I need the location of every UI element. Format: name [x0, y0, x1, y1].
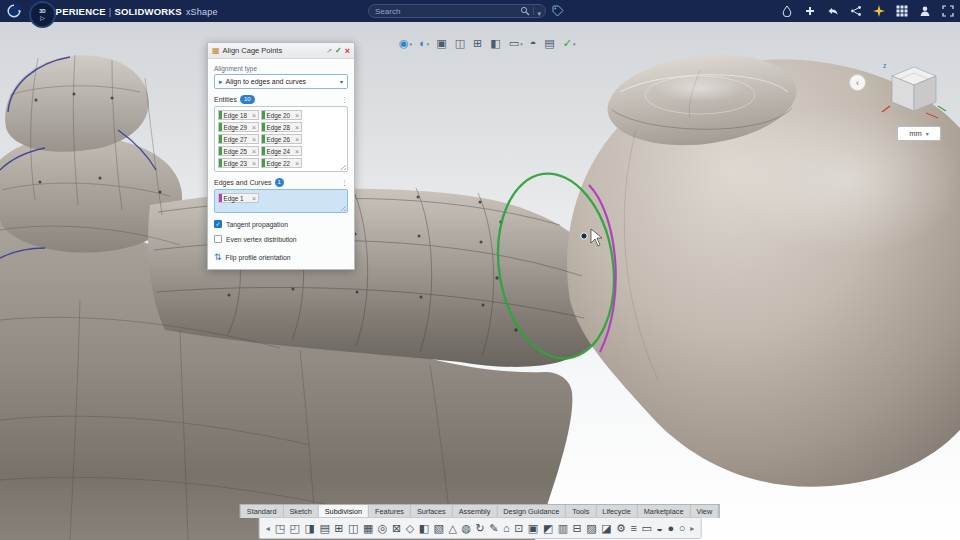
entity-chip[interactable]: Edge 22 [261, 158, 302, 168]
tangent-propagation-checkbox[interactable]: Tangent propagation [214, 220, 348, 228]
viewport-3d[interactable] [0, 0, 960, 540]
search-input[interactable] [373, 6, 520, 17]
bottom-tool-icon[interactable]: ⊠ [392, 521, 401, 535]
remove-chip-icon[interactable] [252, 124, 258, 131]
dialog-titlebar[interactable]: ▦ Align Cage Points ↗ ✓ × [208, 43, 354, 59]
bottom-tool-icon[interactable]: ○ [679, 521, 686, 535]
bottom-tool-icon[interactable]: ⊞ [334, 521, 343, 535]
tag-icon[interactable] [550, 4, 566, 18]
add-icon[interactable] [803, 5, 816, 18]
remove-chip-icon[interactable] [252, 195, 258, 202]
bottom-tool-icon[interactable]: ⊡ [514, 521, 523, 535]
entity-chip[interactable]: Edge 29 [218, 122, 259, 132]
toolbar-scroll-right-icon[interactable]: ▸ [689, 524, 695, 533]
search-options-caret-icon[interactable] [537, 2, 541, 20]
even-vertex-distribution-checkbox[interactable]: Even vertex distribution [214, 235, 348, 243]
grid-icon[interactable]: ⊞ [472, 36, 484, 50]
user-icon[interactable] [918, 5, 931, 18]
shading-icon[interactable]: ◓ [529, 36, 539, 50]
bottom-tool-icon[interactable]: ▤ [319, 521, 329, 535]
alignment-type-select[interactable]: ▸ Align to edges and curves [214, 74, 348, 89]
bottom-tool-icon[interactable]: ⌂ [503, 521, 510, 535]
entity-chip[interactable]: Edge 18 [218, 110, 259, 120]
entity-chip[interactable]: Edge 23 [218, 158, 259, 168]
bottom-tool-icon[interactable]: ◩ [543, 521, 553, 535]
bottom-tool-icon[interactable]: ✎ [489, 521, 498, 535]
bottom-tool-icon[interactable]: ⚙ [616, 521, 626, 535]
entity-chip[interactable]: Edge 20 [261, 110, 302, 120]
edges-curves-field[interactable]: Edge 1 [214, 189, 348, 213]
share-icon[interactable] [826, 5, 839, 18]
remove-chip-icon[interactable] [295, 148, 301, 155]
render-style-icon[interactable]: ◉ ▾ [398, 36, 413, 50]
section-view-icon[interactable]: ◧ [489, 36, 502, 50]
view-cube[interactable]: z [880, 56, 948, 122]
entities-field[interactable]: Edge 18 Edge 20 Edge 29 [214, 106, 348, 172]
remove-chip-icon[interactable] [252, 112, 258, 119]
chevron-down-icon[interactable] [926, 129, 929, 138]
entity-chip[interactable]: Edge 26 [261, 134, 302, 144]
picked-vertex[interactable] [581, 233, 587, 239]
tool-caret-icon[interactable]: ▾ [410, 39, 413, 49]
remove-chip-icon[interactable] [295, 160, 301, 167]
3dexperience-compass-logo[interactable] [6, 3, 22, 19]
remove-chip-icon[interactable] [252, 136, 258, 143]
tool-caret-icon[interactable]: ▾ [427, 39, 430, 49]
bottom-tool-icon[interactable]: ◫ [348, 521, 358, 535]
bottom-tool-icon[interactable]: ▧ [434, 521, 444, 535]
remove-chip-icon[interactable] [295, 136, 301, 143]
bottom-tool-icon[interactable]: △ [448, 521, 456, 535]
bottom-tool-icon[interactable]: ◳ [275, 521, 285, 535]
ground-shadow-icon[interactable]: ▣ [435, 36, 448, 50]
bottom-tool-icon[interactable]: ◰ [290, 521, 300, 535]
entity-chip[interactable]: Edge 25 [218, 146, 259, 156]
background-icon[interactable]: ◫ [454, 36, 467, 50]
edges-menu-icon[interactable] [341, 179, 348, 187]
edge-chip[interactable]: Edge 1 [218, 193, 259, 203]
search-icon[interactable] [520, 2, 530, 20]
remove-chip-icon[interactable] [252, 148, 258, 155]
bottom-tool-icon[interactable]: ▦ [363, 521, 373, 535]
bottom-tool-icon[interactable]: ◨ [305, 521, 315, 535]
bottom-tool-icon[interactable]: ◎ [378, 521, 388, 535]
bottom-tool-icon[interactable]: ▭ [641, 521, 651, 535]
bottom-tool-icon[interactable]: ↻ [476, 521, 485, 535]
favorites-sparkle-icon[interactable] [872, 5, 885, 18]
bottom-tool-icon[interactable]: ≡ [630, 521, 636, 535]
ok-icon[interactable]: ✓ [335, 46, 342, 55]
selection-list-icon[interactable]: ▤ [543, 36, 556, 50]
bottom-tool-icon[interactable]: ▨ [586, 521, 596, 535]
entity-chip[interactable]: Edge 28 [261, 122, 302, 132]
bottom-tool-icon[interactable]: ◪ [601, 521, 611, 535]
units-dropdown[interactable]: mm [897, 126, 941, 141]
tool-caret-icon[interactable]: ▾ [573, 39, 576, 49]
entity-chip[interactable]: Edge 27 [218, 134, 259, 144]
display-mode-icon[interactable]: ◐ ▾ [418, 36, 430, 50]
apps-grid-icon[interactable] [895, 5, 908, 18]
checkbox-checked-icon[interactable] [214, 220, 222, 228]
entity-chip[interactable]: Edge 24 [261, 146, 302, 156]
validate-selection-icon[interactable]: ✓ ▾ [562, 36, 577, 50]
frame-view-icon[interactable]: ▭ ▾ [508, 36, 524, 50]
bottom-tool-icon[interactable]: ▣ [528, 521, 538, 535]
bottom-tool-icon[interactable]: ◒ [656, 521, 663, 535]
chevron-down-icon[interactable] [340, 78, 343, 85]
3dplay-badge[interactable]: 3D ▷ [29, 1, 56, 28]
remove-chip-icon[interactable] [295, 124, 301, 131]
search-bar[interactable] [368, 4, 546, 18]
bottom-tool-icon[interactable]: ● [667, 521, 674, 535]
collaborate-icon[interactable] [849, 5, 862, 18]
ink-drop-icon[interactable] [780, 5, 793, 18]
fullscreen-icon[interactable] [941, 5, 954, 18]
collapse-panel-button[interactable]: ‹ [849, 74, 866, 91]
detach-dialog-icon[interactable]: ↗ [326, 47, 332, 55]
remove-chip-icon[interactable] [252, 160, 258, 167]
bottom-tool-icon[interactable]: ◍ [461, 521, 471, 535]
bottom-tool-icon[interactable]: ◧ [419, 521, 429, 535]
close-icon[interactable]: × [345, 46, 350, 56]
bottom-tool-icon[interactable]: ◇ [406, 521, 414, 535]
flip-profile-orientation-button[interactable]: ⇅ Flip profile orientation [214, 252, 348, 262]
tool-caret-icon[interactable]: ▾ [520, 39, 523, 49]
remove-chip-icon[interactable] [295, 112, 301, 119]
entities-menu-icon[interactable] [341, 96, 348, 104]
